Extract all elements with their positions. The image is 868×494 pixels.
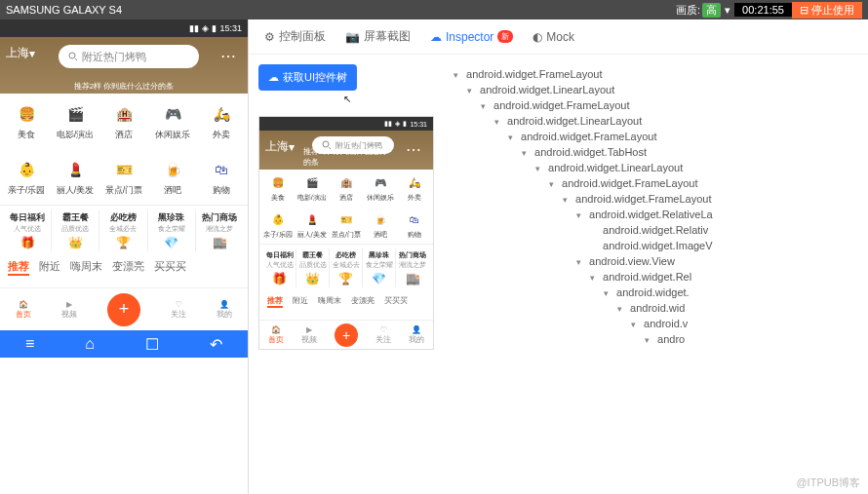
quality-value[interactable]: 高 [702, 3, 721, 18]
city-selector[interactable]: 上海 ▾ [265, 138, 295, 155]
tree-node[interactable]: ▾ android.widget.RelativeLa [454, 207, 868, 222]
tree-node[interactable]: ▾ android.widget.Rel [454, 269, 868, 285]
tree-node[interactable]: ▾ android.widget. [454, 285, 868, 300]
category-item[interactable]: 🛍购物 [199, 157, 244, 197]
feed-tab[interactable]: 附近 [39, 259, 60, 276]
promo-item[interactable]: 黑珍珠食之荣耀💎 [148, 209, 196, 251]
recent-button[interactable]: ☐ [145, 335, 159, 354]
tree-caret-icon[interactable]: ▾ [576, 257, 586, 267]
feed-tab[interactable]: 推荐 [8, 259, 29, 276]
stop-button[interactable]: ⊟ 停止使用 [792, 2, 862, 19]
tree-caret-icon[interactable]: ▾ [549, 179, 559, 189]
promo-item[interactable]: 每日福利人气优选🎁 [4, 209, 52, 251]
tree-node[interactable]: ▾ android.widget.FrameLayout [454, 97, 868, 113]
nav-item[interactable]: 🏠首页 [268, 325, 284, 345]
feed-tab[interactable]: 推荐 [267, 295, 283, 308]
home-button[interactable]: ⌂ [85, 335, 95, 353]
menu-button[interactable]: ≡ [25, 335, 34, 353]
tree-caret-icon[interactable]: ▾ [631, 320, 641, 329]
tree-node[interactable]: ▾ andro [454, 331, 868, 347]
tree-caret-icon[interactable]: ▾ [522, 148, 532, 158]
promo-item[interactable]: 黑珍珠食之荣耀💎 [363, 248, 396, 287]
category-item[interactable]: 👶亲子/乐园 [4, 157, 49, 197]
fab-add-button[interactable]: + [107, 293, 140, 326]
tree-node[interactable]: ▾ android.view.View [454, 253, 868, 269]
feed-tab[interactable]: 附近 [293, 295, 308, 308]
category-item[interactable]: 🛵外卖 [199, 101, 244, 141]
category-item[interactable]: 🛵外卖 [399, 173, 431, 203]
tree-node[interactable]: ▾ android.widget.FrameLayout [454, 175, 868, 191]
nav-item[interactable]: 👤我的 [217, 300, 232, 320]
tree-caret-icon[interactable]: ▾ [617, 304, 627, 314]
tree-node[interactable]: ▾ android.widget.LinearLayout [454, 82, 868, 97]
tree-node[interactable]: ▾ android.widget.LinearLayout [454, 160, 868, 175]
back-button[interactable]: ↶ [210, 335, 222, 354]
fab-add-button[interactable]: + [335, 323, 358, 347]
category-item[interactable]: 🎮休闲娱乐 [365, 173, 397, 203]
city-selector[interactable]: 上海 ▾ [6, 45, 35, 61]
feed-tab[interactable]: 买买买 [154, 259, 186, 276]
nav-item[interactable]: ♡关注 [375, 325, 391, 345]
category-item[interactable]: 🏨酒店 [101, 101, 146, 141]
nav-item[interactable]: ▶视频 [61, 300, 77, 320]
feed-tab[interactable]: 变漂亮 [112, 259, 144, 276]
tree-node[interactable]: ▾ android.widget.TabHost [454, 144, 868, 160]
phone-preview-mini[interactable]: ▮▮ ◈ ▮ 15:31 上海 ▾ 附近热门烤鸭 ⋯ 推荐2样 你到底什么过分的… [258, 116, 434, 350]
promo-item[interactable]: 霸王餐品质优选👑 [296, 248, 330, 287]
promo-item[interactable]: 热门商场潮流之梦🏬 [196, 209, 244, 251]
tree-node[interactable]: android.widget.Relativ [454, 222, 868, 238]
nav-item[interactable]: 👤我的 [409, 325, 424, 345]
search-input[interactable]: 附近热门烤鸭 [59, 45, 199, 68]
tree-caret-icon[interactable]: ▾ [481, 101, 491, 111]
feed-tab[interactable]: 嗨周末 [318, 295, 341, 308]
tree-caret-icon[interactable]: ▾ [645, 335, 654, 345]
tree-node[interactable]: ▾ android.widget.FrameLayout [454, 191, 868, 207]
nav-item[interactable]: 🏠首页 [16, 300, 31, 320]
tree-caret-icon[interactable]: ▾ [590, 273, 600, 283]
category-item[interactable]: 🎫景点/门票 [330, 210, 362, 240]
get-ui-tree-button[interactable]: ☁ 获取UI控件树 [258, 64, 357, 91]
category-item[interactable]: 💄丽人/美发 [53, 157, 98, 197]
tree-caret-icon[interactable]: ▾ [535, 164, 545, 173]
promo-item[interactable]: 霸王餐品质优选👑 [52, 209, 99, 251]
promo-item[interactable]: 每日福利人气优选🎁 [263, 248, 296, 287]
category-item[interactable]: 🎬电影/演出 [53, 101, 98, 141]
tree-caret-icon[interactable]: ▾ [454, 70, 463, 80]
tree-caret-icon[interactable]: ▾ [508, 133, 518, 142]
tree-caret-icon[interactable]: ▾ [467, 86, 477, 95]
feed-tab[interactable]: 买买买 [384, 295, 408, 308]
inspector-tab[interactable]: ☁Inspector新 [430, 30, 513, 44]
more-icon[interactable]: ⋯ [406, 140, 423, 159]
feed-tab[interactable]: 嗨周末 [70, 259, 102, 276]
promo-item[interactable]: 必吃榜全城必去🏆 [99, 209, 147, 251]
category-item[interactable]: 💄丽人/美发 [296, 210, 328, 240]
category-item[interactable]: 🍔美食 [261, 173, 294, 203]
tree-node[interactable]: ▾ android.v [454, 316, 868, 331]
tree-caret-icon[interactable]: ▾ [604, 288, 613, 298]
category-item[interactable]: 🛍购物 [399, 210, 431, 240]
inspector-tab[interactable]: ◐Mock [533, 30, 574, 44]
tree-node[interactable]: ▾ android.widget.LinearLayout [454, 113, 868, 129]
inspector-tab[interactable]: 📷屏幕截图 [345, 28, 411, 45]
category-item[interactable]: 🎫景点/门票 [101, 157, 146, 197]
category-item[interactable]: 🍺酒吧 [150, 157, 195, 197]
tree-caret-icon[interactable]: ▾ [494, 117, 504, 127]
category-item[interactable]: 🏨酒店 [330, 173, 362, 203]
inspector-tab[interactable]: ⚙控制面板 [264, 28, 326, 45]
feed-tab[interactable]: 变漂亮 [351, 295, 375, 308]
category-item[interactable]: 🎬电影/演出 [296, 173, 328, 203]
more-icon[interactable]: ⋯ [220, 47, 238, 65]
tree-caret-icon[interactable]: ▾ [563, 195, 572, 205]
category-item[interactable]: 🍔美食 [4, 101, 49, 141]
tree-node[interactable]: ▾ android.widget.FrameLayout [454, 66, 868, 82]
tree-caret-icon[interactable]: ▾ [576, 210, 586, 220]
tree-node[interactable]: android.widget.ImageV [454, 238, 868, 253]
promo-item[interactable]: 热门商场潮流之梦🏬 [396, 248, 429, 287]
nav-item[interactable]: ▶视频 [301, 325, 317, 345]
category-item[interactable]: 🎮休闲娱乐 [150, 101, 195, 141]
nav-item[interactable]: ♡关注 [171, 300, 186, 320]
category-item[interactable]: 👶亲子/乐园 [261, 210, 294, 240]
ui-tree[interactable]: ▾ android.widget.FrameLayout▾ android.wi… [446, 55, 868, 494]
tree-node[interactable]: ▾ android.wid [454, 300, 868, 316]
category-item[interactable]: 🍺酒吧 [365, 210, 397, 240]
